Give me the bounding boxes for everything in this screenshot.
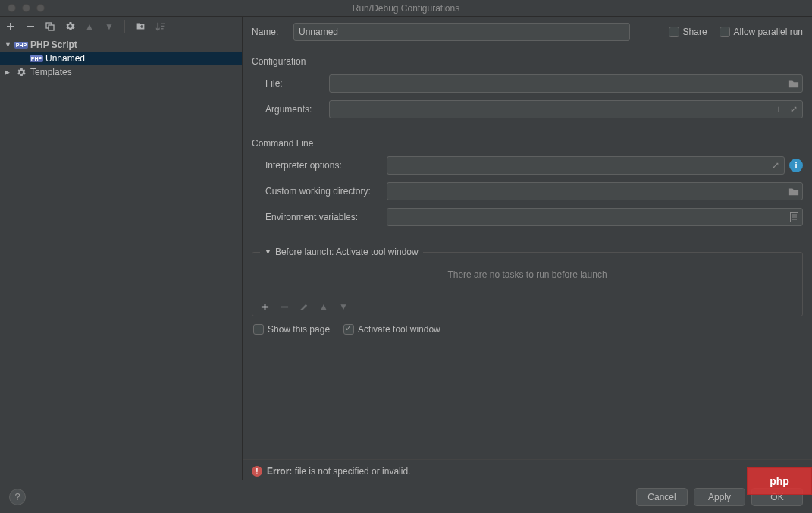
- browse-folder-icon[interactable]: [788, 185, 800, 197]
- show-page-checkbox-row[interactable]: Show this page: [253, 324, 330, 335]
- svg-rect-4: [141, 25, 142, 28]
- remove-config-btn[interactable]: [24, 20, 36, 33]
- file-row: File:: [252, 73, 803, 94]
- show-page-checkbox[interactable]: [253, 324, 264, 335]
- error-row: ! Error: file is not specified or invali…: [243, 459, 812, 480]
- name-label: Name:: [252, 27, 286, 37]
- error-message: file is not specified or invalid.: [292, 466, 410, 477]
- config-sidebar: ▲ ▼ ▼ PHP PHP Script PHP Unnamed ▶ Templ…: [0, 17, 243, 480]
- copy-config-btn[interactable]: [44, 20, 56, 33]
- before-launch-legend[interactable]: ▼ Before launch: Activate tool window: [260, 247, 423, 257]
- toolbar-separator: [124, 20, 125, 33]
- tree-php-script[interactable]: ▼ PHP PHP Script: [0, 38, 242, 52]
- sort-btn[interactable]: [154, 20, 166, 33]
- share-label: Share: [683, 27, 707, 37]
- remove-task-btn[interactable]: [278, 301, 290, 313]
- move-down-btn[interactable]: ▼: [337, 301, 350, 313]
- apply-button[interactable]: Apply: [694, 488, 745, 506]
- config-section-title: Configuration: [252, 56, 803, 67]
- file-input[interactable]: [329, 74, 803, 93]
- collapse-icon: ▼: [265, 248, 271, 256]
- before-launch-fieldset: ▼ Before launch: Activate tool window Th…: [252, 252, 803, 316]
- error-text: Error: file is not specified or invalid.: [267, 466, 410, 477]
- args-input[interactable]: [329, 100, 803, 118]
- tree-label: PHP Script: [30, 39, 77, 50]
- move-up-btn[interactable]: ▲: [83, 20, 96, 33]
- before-launch-title: Before launch: Activate tool window: [275, 247, 419, 257]
- interp-row: Interpreter options: ⤢ i: [252, 155, 803, 176]
- svg-rect-2: [49, 25, 54, 30]
- expand-icon[interactable]: ⤢: [770, 159, 782, 172]
- env-label: Environment variables:: [265, 212, 387, 222]
- folder-btn[interactable]: [134, 20, 146, 33]
- main-area: ▲ ▼ ▼ PHP PHP Script PHP Unnamed ▶ Templ…: [0, 17, 812, 480]
- launch-options-row: Show this page Activate tool window: [252, 316, 803, 335]
- share-checkbox[interactable]: [669, 27, 679, 37]
- error-label: Error:: [267, 466, 292, 477]
- activate-checkbox-row[interactable]: Activate tool window: [343, 324, 440, 335]
- php-icon: PHP: [15, 39, 27, 50]
- tree-unnamed[interactable]: PHP Unnamed: [0, 52, 242, 65]
- workdir-row: Custom working directory:: [252, 181, 803, 202]
- dialog-footer: ? Cancel Apply OK: [0, 480, 812, 513]
- browse-folder-icon[interactable]: [788, 77, 800, 90]
- svg-rect-0: [27, 26, 34, 27]
- error-icon: !: [252, 466, 262, 477]
- move-up-btn[interactable]: ▲: [318, 301, 330, 313]
- tree-label: Templates: [30, 67, 72, 77]
- titlebar: Run/Debug Configurations: [0, 0, 812, 17]
- add-task-btn[interactable]: [259, 301, 271, 313]
- parallel-checkbox-row[interactable]: Allow parallel run: [720, 27, 803, 37]
- env-input[interactable]: [387, 208, 803, 226]
- sidebar-toolbar: ▲ ▼: [0, 17, 242, 36]
- tree-templates[interactable]: ▶ Templates: [0, 65, 242, 79]
- workdir-label: Custom working directory:: [265, 186, 387, 197]
- args-row: Arguments: + ⤢: [252, 99, 803, 120]
- name-row: Name: Share Allow parallel run: [252, 21, 803, 42]
- list-edit-icon[interactable]: [788, 211, 800, 223]
- config-tree: ▼ PHP PHP Script PHP Unnamed ▶ Templates: [0, 36, 242, 480]
- php-icon: PHP: [30, 53, 42, 64]
- help-button[interactable]: ?: [9, 489, 26, 505]
- interp-input[interactable]: [387, 156, 785, 175]
- cancel-button[interactable]: Cancel: [636, 488, 688, 506]
- args-label: Arguments:: [265, 104, 329, 115]
- show-page-label: Show this page: [268, 324, 330, 335]
- move-down-btn[interactable]: ▼: [103, 20, 115, 33]
- settings-icon: [15, 67, 27, 77]
- file-label: File:: [265, 78, 329, 89]
- settings-btn[interactable]: [64, 20, 76, 33]
- activate-checkbox[interactable]: [343, 324, 354, 335]
- collapse-icon: ▼: [5, 41, 12, 49]
- watermark-badge: php: [747, 467, 812, 495]
- before-launch-toolbar: ▲ ▼: [252, 297, 802, 316]
- cmdline-section-title: Command Line: [252, 138, 803, 149]
- parallel-checkbox[interactable]: [720, 27, 730, 37]
- config-form: Name: Share Allow parallel run Configura…: [243, 17, 812, 480]
- expand-icon[interactable]: ⤢: [788, 103, 800, 115]
- window-title: Run/Debug Configurations: [0, 3, 812, 14]
- add-config-btn[interactable]: [5, 20, 17, 33]
- name-input[interactable]: [293, 23, 630, 41]
- info-icon[interactable]: i: [789, 159, 803, 172]
- parallel-label: Allow parallel run: [734, 27, 803, 37]
- tree-label: Unnamed: [45, 53, 85, 64]
- activate-label: Activate tool window: [358, 324, 440, 335]
- env-row: Environment variables:: [252, 206, 803, 228]
- interp-label: Interpreter options:: [265, 160, 387, 171]
- share-checkbox-row[interactable]: Share: [669, 27, 707, 37]
- edit-task-btn[interactable]: [298, 301, 310, 313]
- before-launch-empty: There are no tasks to run before launch: [252, 253, 802, 297]
- svg-rect-9: [281, 306, 287, 307]
- plus-icon[interactable]: +: [773, 103, 785, 115]
- expand-icon: ▶: [5, 68, 12, 76]
- workdir-input[interactable]: [387, 182, 803, 200]
